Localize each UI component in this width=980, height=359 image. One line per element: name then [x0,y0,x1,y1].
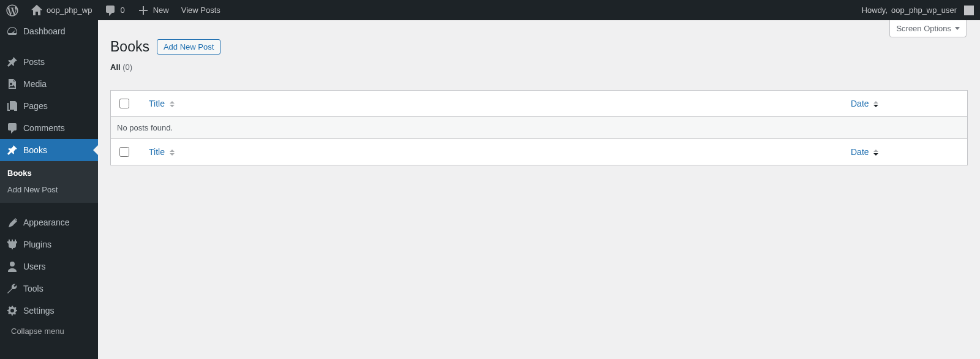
column-title-header[interactable]: Title [143,91,845,117]
comments-count: 0 [120,6,124,15]
my-account-link[interactable]: Howdy, oop_php_wp_user [856,0,980,20]
menu-plugins-label: Plugins [23,240,51,249]
menu-dashboard-label: Dashboard [23,26,66,36]
admin-sidebar: Dashboard Posts Media Pages Comments Boo… [0,20,98,359]
new-label: New [153,6,169,15]
menu-books[interactable]: Books [0,139,98,161]
menu-media[interactable]: Media [0,73,98,95]
home-icon [31,4,43,17]
select-all-footer [111,139,143,165]
add-new-post-button[interactable]: Add New Post [157,39,221,55]
menu-comments[interactable]: Comments [0,117,98,139]
menu-settings-label: Settings [23,306,55,316]
menu-tools-label: Tools [23,284,43,293]
view-posts-link[interactable]: View Posts [175,0,227,20]
view-posts-label: View Posts [181,6,221,15]
settings-icon [6,304,18,317]
menu-appearance[interactable]: Appearance [0,211,98,233]
comments-icon [6,122,18,134]
admin-bar-right: Howdy, oop_php_wp_user [856,0,980,20]
media-icon [6,78,18,90]
dashboard-icon [6,25,18,37]
no-posts-message: No posts found. [111,117,968,139]
menu-posts-label: Posts [23,57,45,67]
plus-icon [137,4,149,17]
screen-options-label: Screen Options [896,24,951,33]
page-heading: Books Add New Post [110,39,968,55]
column-date-header[interactable]: Date [845,91,968,117]
admin-bar-left: oop_php_wp 0 New View Posts [0,0,227,20]
content-area: Screen Options Books Add New Post All (0… [98,20,980,359]
menu-users[interactable]: Users [0,255,98,278]
submenu-books-add-new[interactable]: Add New Post [0,181,98,198]
collapse-label: Collapse menu [11,327,64,336]
submenu-books-all[interactable]: Books [0,165,98,181]
menu-tools[interactable]: Tools [0,278,98,300]
new-content-link[interactable]: New [131,0,175,20]
submenu-books: Books Add New Post [0,161,98,203]
avatar [964,6,974,15]
wp-logo-menu[interactable] [0,0,24,20]
menu-dashboard[interactable]: Dashboard [0,20,98,42]
menu-pages[interactable]: Pages [0,95,98,117]
chevron-down-icon [955,27,960,30]
tools-icon [6,282,18,295]
users-icon [6,260,18,273]
menu-plugins[interactable]: Plugins [0,233,98,255]
comment-icon [104,4,116,17]
status-filters: All (0) [110,62,968,72]
sort-icon [170,149,175,156]
select-all-checkbox-top[interactable] [119,99,129,108]
sort-icon [170,101,175,107]
posts-table: Title Date No posts found. [110,90,968,165]
pin-icon [6,144,18,156]
select-all-header [111,91,143,117]
menu-comments-label: Comments [23,123,65,133]
sort-icon [873,149,878,156]
page-title: Books [110,39,149,55]
filter-all[interactable]: All [110,62,123,72]
menu-books-label: Books [23,145,47,155]
menu-users-label: Users [23,262,46,271]
site-name-link[interactable]: oop_php_wp [24,0,98,20]
admin-bar: oop_php_wp 0 New View Posts Howdy, oop_p… [0,0,980,20]
column-date-footer[interactable]: Date [845,139,968,165]
table-row-empty: No posts found. [111,117,968,139]
sort-icon [873,101,878,107]
filter-all-count: (0) [123,62,132,72]
howdy-prefix: Howdy, [862,6,888,15]
menu-posts[interactable]: Posts [0,51,98,73]
wordpress-icon [6,4,18,17]
site-name: oop_php_wp [47,6,92,15]
appearance-icon [6,216,18,229]
user-display-name: oop_php_wp_user [891,6,957,15]
comments-link[interactable]: 0 [98,0,130,20]
plugins-icon [6,238,18,251]
pages-icon [6,100,18,112]
screen-options-toggle[interactable]: Screen Options [889,20,967,37]
column-title-footer[interactable]: Title [143,139,845,165]
menu-appearance-label: Appearance [23,217,70,227]
menu-settings[interactable]: Settings [0,300,98,322]
menu-pages-label: Pages [23,101,48,111]
collapse-menu[interactable]: Collapse menu [0,322,98,341]
pin-icon [6,56,18,68]
select-all-checkbox-bottom[interactable] [119,147,129,157]
menu-media-label: Media [23,79,47,89]
